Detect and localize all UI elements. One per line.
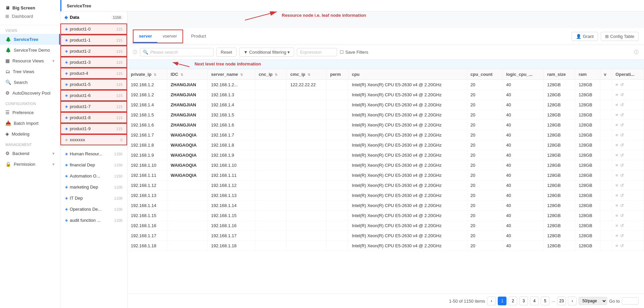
tree-item-automation[interactable]: ◈ Automation O... 1150 bbox=[60, 170, 127, 182]
cell-operat[interactable]: ≡↺ bbox=[612, 140, 644, 150]
row-list-icon[interactable]: ≡ bbox=[615, 112, 618, 117]
tree-item-product1-2[interactable]: ◈ product1-2 115 bbox=[60, 46, 127, 57]
row-list-icon[interactable]: ≡ bbox=[615, 173, 618, 178]
cell-operat[interactable]: ≡↺ bbox=[612, 90, 644, 100]
tree-item-financial[interactable]: ◈ financial Dep 1150 bbox=[60, 159, 127, 170]
tree-item-it-dep[interactable]: ◈ IT Dep 1100 bbox=[60, 193, 127, 204]
cell-operat[interactable]: ≡↺ bbox=[612, 110, 644, 120]
tree-item-product1-9[interactable]: ◈ product1-9 115 bbox=[60, 123, 127, 134]
row-list-icon[interactable]: ≡ bbox=[615, 193, 618, 198]
row-refresh-icon[interactable]: ↺ bbox=[620, 193, 624, 198]
tab-vserver[interactable]: vserver bbox=[157, 30, 182, 43]
save-filters-button[interactable]: ☐ Save Filters bbox=[340, 50, 368, 55]
row-list-icon[interactable]: ≡ bbox=[615, 243, 618, 248]
tree-item-product1-6[interactable]: ◈ product1-6 115 bbox=[60, 90, 127, 101]
config-table-button[interactable]: ⊞ Config Table bbox=[601, 32, 639, 41]
row-refresh-icon[interactable]: ↺ bbox=[620, 143, 624, 148]
cell-operat[interactable]: ≡↺ bbox=[612, 241, 644, 251]
page-btn-1[interactable]: 1 bbox=[498, 297, 506, 305]
col-cmc-ip[interactable]: cmc_ip ⇅ bbox=[287, 69, 327, 80]
col-cpu[interactable]: cpu bbox=[348, 69, 467, 80]
goto-input[interactable] bbox=[622, 297, 639, 305]
per-page-select[interactable]: 50/page 100/page bbox=[579, 297, 607, 305]
row-list-icon[interactable]: ≡ bbox=[615, 183, 618, 188]
reset-button[interactable]: Reset bbox=[216, 48, 236, 57]
col-operat[interactable]: Operati... bbox=[612, 69, 644, 80]
sidebar-item-search[interactable]: 🔍 Search bbox=[0, 77, 60, 88]
sidebar-item-modeling[interactable]: ◈ Modeling bbox=[0, 129, 60, 139]
col-perm[interactable]: perm bbox=[327, 69, 348, 80]
sidebar-item-treeviews[interactable]: 🗂 Tree Views bbox=[0, 66, 60, 77]
row-list-icon[interactable]: ≡ bbox=[615, 82, 618, 87]
sidebar-item-resourceviews[interactable]: ▦ Resource Views ▾ bbox=[0, 55, 60, 66]
prev-page-btn[interactable]: ‹ bbox=[487, 297, 496, 305]
cell-operat[interactable]: ≡↺ bbox=[612, 181, 644, 191]
col-v[interactable]: v bbox=[600, 69, 612, 80]
tree-item-product1-8[interactable]: ◈ product1-8 115 bbox=[60, 112, 127, 123]
row-refresh-icon[interactable]: ↺ bbox=[620, 122, 624, 127]
sidebar-item-backend[interactable]: ⚙ Backend ▾ bbox=[0, 148, 60, 159]
cell-operat[interactable]: ≡↺ bbox=[612, 231, 644, 241]
cell-operat[interactable]: ≡↺ bbox=[612, 170, 644, 181]
tree-item-product1-7[interactable]: ◈ product1-7 115 bbox=[60, 101, 127, 112]
sidebar-item-batchimport[interactable]: 📥 Batch Import bbox=[0, 118, 60, 129]
conditional-filter-button[interactable]: ▼ Conditional filtering ▾ bbox=[239, 48, 294, 57]
cell-operat[interactable]: ≡↺ bbox=[612, 191, 644, 201]
page-btn-4[interactable]: 4 bbox=[530, 297, 539, 305]
row-refresh-icon[interactable]: ↺ bbox=[620, 82, 624, 87]
col-logic-cpu[interactable]: logic_cpu_... bbox=[502, 69, 543, 80]
cell-operat[interactable]: ≡↺ bbox=[612, 120, 644, 130]
page-btn-23[interactable]: 23 bbox=[557, 297, 566, 305]
sidebar-item-servicetree[interactable]: 🌲 ServiceTree bbox=[0, 34, 60, 45]
row-list-icon[interactable]: ≡ bbox=[615, 213, 618, 218]
cell-operat[interactable]: ≡↺ bbox=[612, 130, 644, 140]
tree-item-marketing[interactable]: ◈ marketing Dep 1100 bbox=[60, 182, 127, 193]
col-server-name[interactable]: server_name ⇅ bbox=[208, 69, 255, 80]
page-btn-3[interactable]: 3 bbox=[519, 297, 528, 305]
row-refresh-icon[interactable]: ↺ bbox=[620, 233, 624, 238]
cell-operat[interactable]: ≡↺ bbox=[612, 201, 644, 211]
tab-server[interactable]: server bbox=[133, 30, 157, 43]
tree-item-product1-1[interactable]: ◈ product1-1 115 bbox=[60, 35, 127, 46]
row-list-icon[interactable]: ≡ bbox=[615, 102, 618, 107]
row-refresh-icon[interactable]: ↺ bbox=[620, 173, 624, 178]
cell-operat[interactable]: ≡↺ bbox=[612, 221, 644, 231]
tree-item-xxxxxxx[interactable]: ◈ xxxxxxx 0 bbox=[60, 134, 127, 145]
sidebar-item-permission[interactable]: 🔒 Permission ▾ bbox=[0, 159, 60, 169]
row-refresh-icon[interactable]: ↺ bbox=[620, 223, 624, 228]
row-list-icon[interactable]: ≡ bbox=[615, 223, 618, 228]
grant-button[interactable]: 👤 Grant bbox=[572, 32, 598, 41]
col-cnc-ip[interactable]: cnc_ip ⇅ bbox=[255, 69, 287, 80]
row-refresh-icon[interactable]: ↺ bbox=[620, 112, 624, 117]
col-ram-size[interactable]: ram_size bbox=[544, 69, 575, 80]
cell-operat[interactable]: ≡↺ bbox=[612, 160, 644, 170]
row-refresh-icon[interactable]: ↺ bbox=[620, 203, 624, 208]
row-list-icon[interactable]: ≡ bbox=[615, 203, 618, 208]
row-refresh-icon[interactable]: ↺ bbox=[620, 92, 624, 97]
tab-product[interactable]: Product bbox=[186, 30, 212, 43]
col-ram[interactable]: ram bbox=[575, 69, 600, 80]
expression-input[interactable]: Expression bbox=[297, 48, 337, 56]
tree-item-human-resource[interactable]: ◈ Human Resour... 1150 bbox=[60, 148, 127, 159]
row-refresh-icon[interactable]: ↺ bbox=[620, 243, 624, 248]
row-refresh-icon[interactable]: ↺ bbox=[620, 163, 624, 168]
tree-item-audit[interactable]: ◈ audit function ... 1100 bbox=[60, 215, 127, 226]
cell-operat[interactable]: ≡↺ bbox=[612, 150, 644, 160]
row-list-icon[interactable]: ≡ bbox=[615, 122, 618, 127]
tree-item-operations[interactable]: ◈ Operations De... 1100 bbox=[60, 204, 127, 215]
row-list-icon[interactable]: ≡ bbox=[615, 233, 618, 238]
row-refresh-icon[interactable]: ↺ bbox=[620, 133, 624, 138]
tree-item-product1-0[interactable]: ◈ product1-0 115 bbox=[60, 23, 127, 35]
tree-item-product-4[interactable]: ◈ product-4 115 bbox=[60, 68, 127, 79]
next-page-btn[interactable]: › bbox=[568, 297, 577, 305]
sidebar-item-bigscreen[interactable]: 🖥 Big Screen bbox=[5, 4, 55, 12]
row-refresh-icon[interactable]: ↺ bbox=[620, 102, 624, 107]
sidebar-item-servicetreedemo[interactable]: 🌲 ServiceTree Demo bbox=[0, 45, 60, 55]
row-refresh-icon[interactable]: ↺ bbox=[620, 183, 624, 188]
page-btn-2[interactable]: 2 bbox=[508, 297, 517, 305]
cell-operat[interactable]: ≡↺ bbox=[612, 211, 644, 221]
cell-operat[interactable]: ≡↺ bbox=[612, 100, 644, 110]
cell-operat[interactable]: ≡↺ bbox=[612, 80, 644, 90]
col-cpu-count[interactable]: cpu_count bbox=[467, 69, 502, 80]
row-list-icon[interactable]: ≡ bbox=[615, 143, 618, 148]
